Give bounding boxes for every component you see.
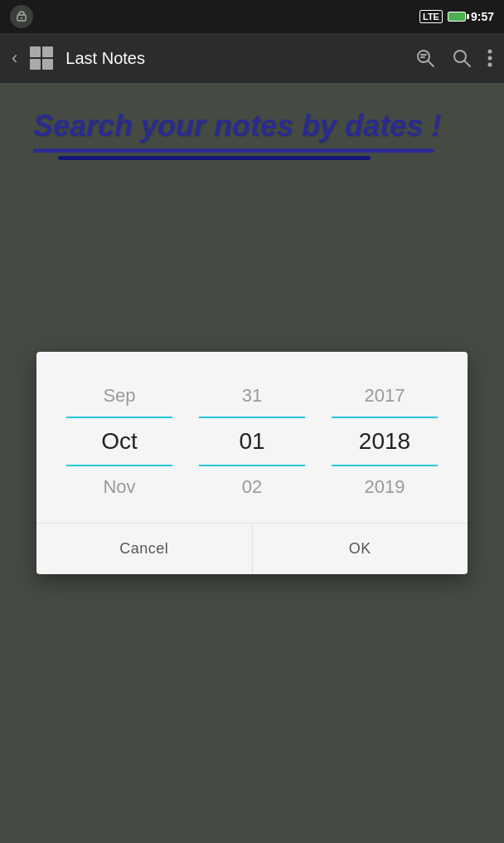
day-below: 02	[186, 468, 318, 506]
year-selected: 2018	[318, 420, 451, 463]
month-below: Nov	[53, 468, 186, 506]
day-picker-column[interactable]: 31 01 02	[186, 377, 318, 506]
svg-point-8	[488, 50, 492, 54]
day-bottom-line	[199, 465, 305, 466]
search-button[interactable]	[451, 47, 472, 69]
main-content: Search your notes by dates ! Sep Oct Nov…	[0, 83, 504, 843]
day-top-line	[199, 417, 305, 418]
dialog-buttons: Cancel OK	[36, 523, 468, 574]
day-selected: 01	[186, 420, 318, 463]
back-icon[interactable]: ‹	[12, 47, 17, 69]
year-below: 2019	[318, 468, 451, 506]
month-selected: Oct	[53, 420, 186, 463]
year-above: 2017	[318, 377, 451, 415]
svg-point-9	[488, 56, 492, 61]
month-picker-column[interactable]: Sep Oct Nov	[53, 377, 186, 506]
svg-line-3	[428, 61, 434, 66]
svg-line-7	[464, 61, 470, 66]
notes-grid-icon	[30, 46, 53, 70]
svg-point-10	[488, 63, 492, 67]
status-right: LTE 9:57	[419, 10, 494, 23]
app-title: Last Notes	[65, 49, 405, 68]
year-picker-column[interactable]: 2017 2018 2019	[318, 377, 451, 506]
month-bottom-line	[66, 465, 172, 466]
status-left	[10, 5, 33, 28]
svg-rect-4	[420, 54, 427, 56]
year-bottom-line	[332, 465, 438, 466]
status-bar: LTE 9:57	[0, 0, 504, 33]
date-picker-dialog: Sep Oct Nov 31 01 02 2017	[36, 352, 468, 574]
picker-area: Sep Oct Nov 31 01 02 2017	[36, 352, 468, 523]
notification-icon	[10, 5, 33, 28]
time-display: 9:57	[471, 10, 494, 23]
app-bar: ‹ Last Notes	[0, 33, 504, 83]
svg-point-1	[21, 17, 22, 19]
battery-icon	[448, 12, 466, 22]
month-top-line	[66, 417, 172, 418]
ok-button[interactable]: OK	[253, 524, 468, 574]
lte-badge: LTE	[419, 10, 443, 23]
more-button[interactable]	[487, 48, 492, 68]
toolbar-icons	[414, 47, 492, 69]
month-above: Sep	[53, 377, 186, 415]
search-notes-button[interactable]	[414, 47, 436, 69]
day-above: 31	[186, 377, 318, 415]
svg-rect-5	[420, 56, 425, 58]
app-icon	[27, 44, 56, 72]
cancel-button[interactable]: Cancel	[36, 524, 253, 574]
year-top-line	[332, 417, 438, 418]
dialog-overlay: Sep Oct Nov 31 01 02 2017	[0, 83, 504, 843]
